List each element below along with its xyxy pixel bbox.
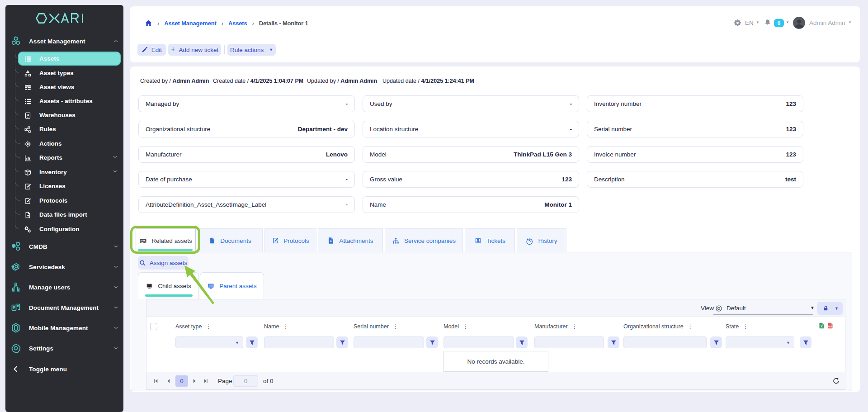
svg-text:X: X — [821, 325, 823, 328]
svg-text:PDF: PDF — [828, 325, 833, 328]
